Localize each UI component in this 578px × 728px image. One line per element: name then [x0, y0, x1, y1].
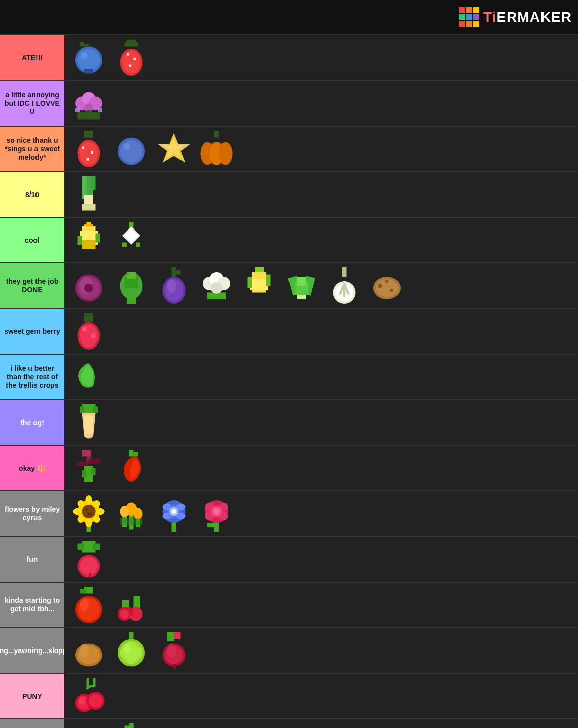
- svg-point-120: [73, 508, 82, 515]
- svg-rect-180: [129, 632, 134, 639]
- svg-rect-136: [120, 518, 143, 525]
- crop-icon-garlic: [324, 265, 365, 306]
- crop-icon-blue_jazz: [154, 493, 194, 534]
- svg-rect-102: [80, 407, 84, 414]
- svg-rect-27: [87, 158, 89, 161]
- svg-point-10: [122, 51, 140, 74]
- crop-icon-leek: [68, 174, 109, 215]
- tier-row-fun: fun: [0, 537, 578, 583]
- tier-label-og: the og!: [0, 400, 64, 445]
- header: TiERMAKER: [0, 0, 578, 35]
- tier-label-cool: cool: [0, 218, 64, 262]
- svg-point-119: [85, 518, 92, 527]
- svg-rect-21: [98, 108, 102, 112]
- logo-cell: [459, 7, 465, 13]
- tier-row-annoying-love: a little annoying but IDC I LOVVE U: [0, 81, 578, 127]
- tier-content-kinda-mid: [64, 583, 578, 627]
- tier-row-trellis-demise: trellis crops r my demise: [0, 719, 578, 728]
- crop-icon-sunflower: [68, 493, 109, 534]
- tier-label-so-nice: so nice thank u *sings u a sweet melody*: [0, 127, 64, 171]
- svg-rect-13: [129, 65, 132, 67]
- svg-point-145: [172, 509, 176, 514]
- tier-content-trellis-demise: [64, 719, 578, 728]
- logo-cell: [459, 14, 465, 20]
- svg-point-69: [167, 279, 176, 293]
- svg-point-30: [123, 143, 130, 150]
- crop-icon-tulip_bunch: [111, 493, 152, 534]
- tier-label-fun: fun: [0, 537, 64, 582]
- crop-icon-cauliflower_fairy: [68, 83, 109, 124]
- svg-point-29: [120, 140, 143, 163]
- svg-point-127: [85, 508, 88, 511]
- svg-rect-22: [84, 131, 93, 138]
- tier-content-og: [64, 400, 578, 445]
- svg-rect-157: [93, 544, 100, 551]
- crop-icon-grapes: [111, 721, 152, 728]
- svg-rect-111: [91, 468, 96, 475]
- svg-point-171: [120, 609, 129, 619]
- crop-icon-cauliflower: [196, 265, 237, 306]
- logo-grid-icon: [459, 7, 479, 27]
- svg-rect-55: [136, 243, 140, 247]
- tier-content-puny: [64, 674, 578, 718]
- crop-icon-fairy_rose: [196, 493, 237, 534]
- tier-content-cool: [64, 218, 578, 262]
- svg-point-159: [80, 557, 98, 576]
- tier-content-sweet-gem: [64, 309, 578, 354]
- crop-icon-pumpkin: [196, 129, 237, 169]
- svg-rect-181: [167, 632, 174, 641]
- svg-rect-41: [91, 176, 96, 190]
- svg-rect-1: [84, 44, 89, 47]
- tier-label-puny: PUNY: [0, 674, 64, 718]
- tier-content-flowers-miley: [64, 491, 578, 536]
- tier-content-job-done: [64, 263, 578, 308]
- crop-icon-bean: [68, 357, 109, 397]
- svg-rect-5: [84, 69, 93, 74]
- svg-rect-156: [78, 544, 85, 551]
- svg-rect-64: [127, 272, 136, 279]
- tier-label-okay: okay 🔱: [0, 446, 64, 490]
- tier-row-8-10: 8/10: [0, 172, 578, 218]
- svg-rect-96: [84, 313, 93, 322]
- tier-content-boring: [64, 628, 578, 673]
- crop-icon-blueberry: [68, 37, 109, 78]
- svg-rect-77: [250, 279, 268, 291]
- tier-row-trellis: i like u better than the rest of the tre…: [0, 355, 578, 400]
- svg-point-3: [78, 49, 100, 71]
- svg-rect-54: [122, 243, 127, 247]
- svg-rect-162: [80, 589, 87, 594]
- logo-cell: [473, 21, 479, 27]
- tier-label-flowers-miley: flowers by miley cyrus: [0, 491, 64, 536]
- tier-content-trellis: [64, 355, 578, 399]
- svg-point-185: [167, 644, 176, 658]
- tier-row-so-nice: so nice thank u *sings u a sweet melody*: [0, 127, 578, 172]
- crop-icon-starfruit: [154, 129, 194, 169]
- tier-label-job-done: they get the job DONE: [0, 263, 64, 308]
- svg-point-93: [378, 284, 382, 288]
- tier-content-so-nice: [64, 127, 578, 171]
- crop-icon-tomato: [68, 585, 109, 625]
- svg-point-154: [213, 508, 220, 515]
- crop-icon-cranberries: [111, 585, 152, 625]
- tier-label-annoying-love: a little annoying but IDC I LOVVE U: [0, 81, 64, 126]
- svg-rect-7: [125, 42, 129, 47]
- svg-rect-112: [129, 450, 134, 457]
- svg-rect-103: [93, 407, 98, 414]
- svg-point-134: [120, 506, 129, 517]
- crop-icon-blueberry2: [111, 129, 152, 169]
- crop-icon-artichoke: [111, 265, 152, 306]
- svg-rect-47: [82, 240, 96, 249]
- svg-rect-110: [82, 471, 87, 478]
- crop-icon-radish: [68, 539, 109, 580]
- tier-content-fun: [64, 537, 578, 582]
- crop-icon-red_cabbage: [68, 265, 109, 306]
- svg-point-129: [88, 513, 90, 515]
- svg-point-95: [385, 279, 388, 283]
- logo-cell: [459, 21, 465, 27]
- tier-list: ATE!!! a little annoying but IDC I LOVVE…: [0, 35, 578, 728]
- svg-rect-20: [75, 108, 80, 112]
- crop-icon-eggplant: [154, 265, 194, 306]
- svg-rect-200: [125, 726, 134, 729]
- crop-icon-potato: [367, 265, 407, 306]
- svg-point-193: [79, 696, 86, 705]
